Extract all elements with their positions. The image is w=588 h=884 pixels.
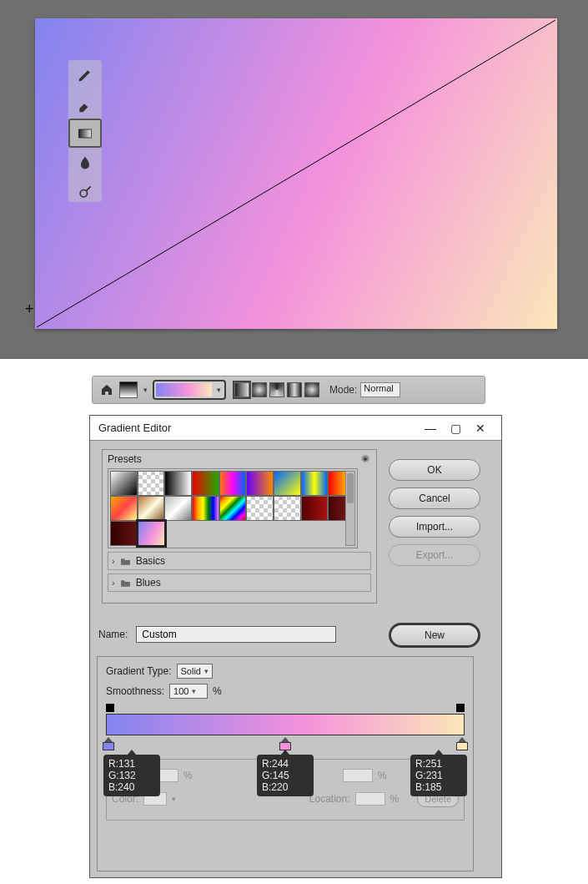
preset-swatch[interactable]	[192, 471, 219, 496]
alpha-stop[interactable]	[106, 704, 114, 712]
gradient-picker[interactable]: ▾	[153, 380, 226, 400]
ok-button[interactable]: OK	[389, 459, 480, 481]
tools-flyout	[68, 60, 102, 202]
preset-swatch[interactable]	[110, 496, 138, 521]
gear-icon[interactable]	[359, 453, 371, 465]
dodge-tool-icon[interactable]	[68, 177, 102, 206]
preset-swatch[interactable]	[138, 471, 165, 496]
scrollbar[interactable]	[345, 471, 355, 546]
percent-label: %	[213, 685, 222, 697]
preset-folder[interactable]: › Basics	[108, 552, 371, 570]
color-stop[interactable]	[279, 737, 291, 750]
gradient-editor-window: Gradient Editor — ▢ ✕ OK Cancel Import..…	[89, 415, 502, 878]
chevron-down-icon[interactable]: ▾	[214, 382, 223, 397]
document-canvas[interactable]	[35, 18, 557, 329]
blur-tool-icon[interactable]	[68, 148, 102, 177]
preset-swatch[interactable]	[219, 471, 247, 496]
rgb-tooltip: R:251 G:231 B:185	[410, 755, 467, 796]
preset-swatch[interactable]	[164, 496, 192, 521]
eraser-tool-icon[interactable]	[68, 89, 102, 119]
cancel-button[interactable]: Cancel	[389, 487, 480, 509]
reflected-gradient-icon[interactable]	[287, 382, 302, 397]
close-icon[interactable]: ✕	[468, 417, 493, 440]
preset-swatch[interactable]	[274, 471, 301, 496]
linear-gradient-icon[interactable]	[234, 382, 249, 397]
preset-folder[interactable]: › Blues	[108, 573, 371, 592]
diamond-gradient-icon[interactable]	[304, 382, 319, 397]
presets-label: Presets	[108, 453, 142, 465]
chevron-right-icon: ›	[112, 556, 115, 566]
gradient-settings-panel: Gradient Type: Solid▾ Smoothness: 100▾ %	[97, 656, 474, 871]
mode-label: Mode:	[329, 384, 357, 396]
preset-swatch[interactable]	[219, 496, 247, 521]
preset-swatch[interactable]	[138, 496, 165, 521]
preset-grid	[108, 468, 358, 548]
folder-icon	[120, 557, 131, 566]
maximize-icon[interactable]: ▢	[443, 417, 468, 440]
preset-swatch[interactable]	[246, 471, 274, 496]
minimize-icon[interactable]: —	[418, 417, 443, 440]
smoothness-input[interactable]: 100▾	[169, 684, 208, 699]
preset-swatch[interactable]	[301, 471, 329, 496]
alpha-stop[interactable]	[456, 704, 465, 712]
folder-label: Blues	[136, 577, 161, 588]
folder-label: Basics	[136, 555, 165, 567]
preset-swatch[interactable]	[301, 496, 329, 521]
preset-swatch[interactable]	[246, 496, 274, 521]
gradient-preview-swatch	[156, 383, 212, 397]
brush-tool-icon[interactable]	[68, 60, 102, 89]
import-button[interactable]: Import...	[389, 516, 480, 538]
name-label: Name:	[98, 629, 128, 640]
gradient-type-select[interactable]: Solid▾	[177, 664, 213, 679]
color-stop[interactable]	[103, 737, 114, 750]
preset-swatch[interactable]	[164, 471, 192, 496]
chevron-down-icon[interactable]: ▾	[141, 382, 149, 397]
location-label: Location:	[309, 793, 350, 805]
preset-swatch[interactable]	[274, 496, 301, 521]
options-bar: ▾ ▾ Mode: Normal	[92, 376, 485, 404]
location-input-2	[355, 792, 385, 806]
home-icon[interactable]	[98, 381, 116, 399]
location-input-1	[343, 769, 373, 782]
window-title: Gradient Editor	[98, 422, 171, 434]
rgb-tooltip: R:244 G:145 B:220	[257, 755, 314, 796]
svg-rect-1	[79, 129, 92, 138]
gradient-style-group	[234, 382, 319, 397]
preset-swatch[interactable]	[110, 471, 138, 496]
preset-swatch[interactable]	[192, 496, 219, 521]
gradient-tool-icon[interactable]	[68, 119, 102, 148]
color-stop[interactable]	[456, 737, 468, 750]
chevron-right-icon: ›	[112, 578, 115, 588]
preset-swatch-selected[interactable]	[138, 521, 165, 546]
svg-line-3	[87, 186, 91, 190]
window-titlebar: Gradient Editor — ▢ ✕	[90, 416, 501, 441]
blend-mode-select[interactable]: Normal	[360, 382, 400, 397]
name-input[interactable]	[136, 626, 336, 643]
svg-point-2	[80, 189, 87, 196]
presets-panel: Presets	[102, 449, 377, 604]
preset-swatch[interactable]	[110, 521, 138, 546]
workspace: +	[0, 0, 588, 359]
smoothness-label: Smoothness:	[106, 685, 164, 697]
tool-preset-icon[interactable]	[119, 381, 138, 398]
export-button: Export...	[389, 544, 480, 566]
rgb-tooltip: R:131 G:132 B:240	[103, 755, 160, 796]
gradient-bar-area	[106, 704, 465, 750]
gradient-type-label: Gradient Type:	[106, 665, 172, 677]
folder-icon	[120, 578, 131, 588]
new-button[interactable]: New	[389, 623, 480, 648]
gradient-bar[interactable]	[106, 714, 465, 735]
angle-gradient-icon[interactable]	[269, 382, 284, 397]
radial-gradient-icon[interactable]	[252, 382, 267, 397]
stops-section: Stops Opacity: ty: % % Del Color: ▾	[106, 759, 465, 821]
